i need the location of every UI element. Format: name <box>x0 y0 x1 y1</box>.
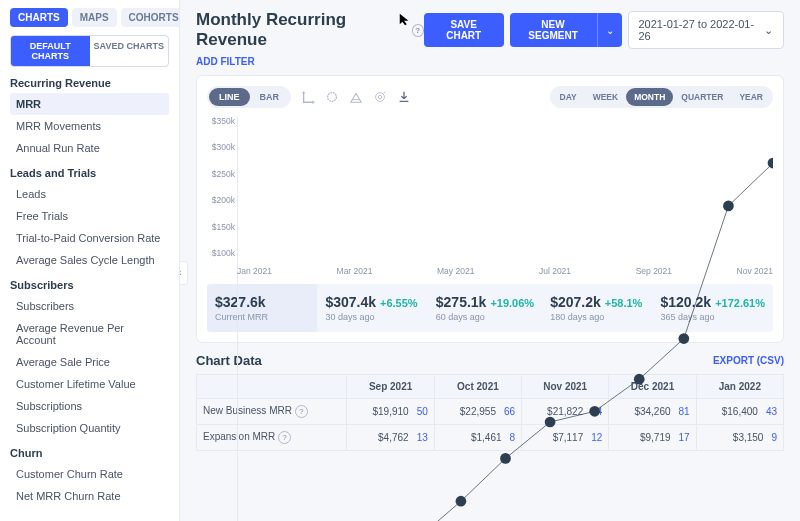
nav-item-subscribers[interactable]: Subscribers <box>10 295 169 317</box>
svg-point-0 <box>328 93 337 102</box>
x-tick: May 2021 <box>437 266 474 276</box>
svg-point-12 <box>634 374 645 385</box>
chart-type-toggle: LINE BAR <box>207 86 291 108</box>
nav-header-leads: Leads and Trials <box>10 167 169 179</box>
chart-panel: LINE BAR DAY WEEK MONTH QUARTER <box>196 75 784 343</box>
sidebar-collapse-button[interactable]: ‹ <box>180 261 188 285</box>
date-range-text: 2021-01-27 to 2022-01-26 <box>639 18 756 42</box>
period-year[interactable]: YEAR <box>731 88 771 106</box>
line-chart <box>237 116 773 521</box>
svg-point-2 <box>378 95 382 99</box>
nav-item-trial-paid[interactable]: Trial-to-Paid Conversion Rate <box>10 227 169 249</box>
trendline-icon[interactable] <box>349 90 363 104</box>
tab-charts[interactable]: CHARTS <box>10 8 68 27</box>
svg-point-14 <box>723 201 734 212</box>
new-segment-button[interactable]: NEW SEGMENT <box>510 13 597 47</box>
period-month[interactable]: MONTH <box>626 88 673 106</box>
new-segment-group: NEW SEGMENT ⌄ <box>510 13 622 47</box>
page-title-text: Monthly Recurring Revenue <box>196 10 408 50</box>
x-tick: Nov 2021 <box>737 266 773 276</box>
subtab-default[interactable]: DEFAULT CHARTS <box>11 36 90 66</box>
nav-item-customer-churn[interactable]: Customer Churn Rate <box>10 463 169 485</box>
header-actions: SAVE CHART NEW SEGMENT ⌄ 2021-01-27 to 2… <box>424 11 784 49</box>
x-axis-labels: Jan 2021 Mar 2021 May 2021 Jul 2021 Sep … <box>237 266 773 276</box>
svg-point-10 <box>545 417 556 428</box>
y-tick: $150k <box>207 222 235 232</box>
main-content: ‹ Monthly Recurring Revenue ? SAVE CHART… <box>180 0 800 521</box>
tab-maps[interactable]: MAPS <box>72 8 117 27</box>
y-tick: $300k <box>207 142 235 152</box>
nav-item-free-trials[interactable]: Free Trials <box>10 205 169 227</box>
annotation-icon[interactable] <box>325 90 339 104</box>
chart-type-bar[interactable]: BAR <box>250 88 290 106</box>
nav-item-cltv[interactable]: Customer Lifetime Value <box>10 373 169 395</box>
page-title: Monthly Recurring Revenue ? <box>196 10 424 50</box>
x-tick: Jan 2021 <box>237 266 272 276</box>
x-tick: Sep 2021 <box>636 266 672 276</box>
nav-item-arpa[interactable]: Average Revenue Per Account <box>10 317 169 351</box>
axis-icon[interactable] <box>301 90 315 104</box>
nav-item-sales-cycle[interactable]: Average Sales Cycle Length <box>10 249 169 271</box>
y-tick: $350k <box>207 116 235 126</box>
y-tick: $200k <box>207 195 235 205</box>
date-range-picker[interactable]: 2021-01-27 to 2022-01-26 ⌄ <box>628 11 784 49</box>
chart-type-line[interactable]: LINE <box>209 88 250 106</box>
subtab-saved[interactable]: SAVED CHARTS <box>90 36 169 66</box>
nav-item-sub-qty[interactable]: Subscription Quantity <box>10 417 169 439</box>
svg-point-15 <box>768 158 773 169</box>
nav-header-churn: Churn <box>10 447 169 459</box>
nav-item-net-mrr-churn[interactable]: Net MRR Churn Rate <box>10 485 169 507</box>
svg-point-9 <box>500 453 511 464</box>
svg-point-8 <box>456 496 467 507</box>
period-day[interactable]: DAY <box>552 88 585 106</box>
help-icon[interactable]: ? <box>412 24 424 37</box>
target-icon[interactable] <box>373 90 387 104</box>
nav-item-asp[interactable]: Average Sale Price <box>10 351 169 373</box>
nav-item-mrr-movements[interactable]: MRR Movements <box>10 115 169 137</box>
nav-item-subscriptions[interactable]: Subscriptions <box>10 395 169 417</box>
main-tabs: CHARTS MAPS COHORTS <box>10 8 169 27</box>
x-tick: Jul 2021 <box>539 266 571 276</box>
chart-subtabs: DEFAULT CHARTS SAVED CHARTS <box>10 35 169 67</box>
svg-point-11 <box>589 406 600 417</box>
y-tick: $250k <box>207 169 235 179</box>
svg-point-1 <box>376 93 385 102</box>
tab-cohorts[interactable]: COHORTS <box>121 8 180 27</box>
nav-header-recurring-revenue: Recurring Revenue <box>10 77 169 89</box>
period-toggle: DAY WEEK MONTH QUARTER YEAR <box>550 86 774 108</box>
add-filter-button[interactable]: ADD FILTER <box>196 56 784 67</box>
nav-item-mrr[interactable]: MRR <box>10 93 169 115</box>
period-quarter[interactable]: QUARTER <box>673 88 731 106</box>
chevron-down-icon: ⌄ <box>764 24 773 37</box>
sidebar: CHARTS MAPS COHORTS DEFAULT CHARTS SAVED… <box>0 0 180 521</box>
download-icon[interactable] <box>397 90 411 104</box>
x-tick: Mar 2021 <box>337 266 373 276</box>
new-segment-dropdown[interactable]: ⌄ <box>597 13 622 47</box>
nav-item-annual-run-rate[interactable]: Annual Run Rate <box>10 137 169 159</box>
chart-area: $350k $300k $250k $200k $150k $100k Jan … <box>237 116 773 276</box>
toolbar-left: LINE BAR <box>207 86 411 108</box>
period-week[interactable]: WEEK <box>585 88 627 106</box>
chevron-down-icon: ⌄ <box>606 25 614 36</box>
svg-point-13 <box>678 333 689 344</box>
nav-header-subscribers: Subscribers <box>10 279 169 291</box>
y-axis-labels: $350k $300k $250k $200k $150k $100k <box>207 116 235 258</box>
y-tick: $100k <box>207 248 235 258</box>
chart-toolbar: LINE BAR DAY WEEK MONTH QUARTER <box>207 86 773 108</box>
nav-item-leads[interactable]: Leads <box>10 183 169 205</box>
chart-tool-icons <box>301 90 411 104</box>
page-header: Monthly Recurring Revenue ? SAVE CHART N… <box>196 10 784 50</box>
save-chart-button[interactable]: SAVE CHART <box>424 13 504 47</box>
